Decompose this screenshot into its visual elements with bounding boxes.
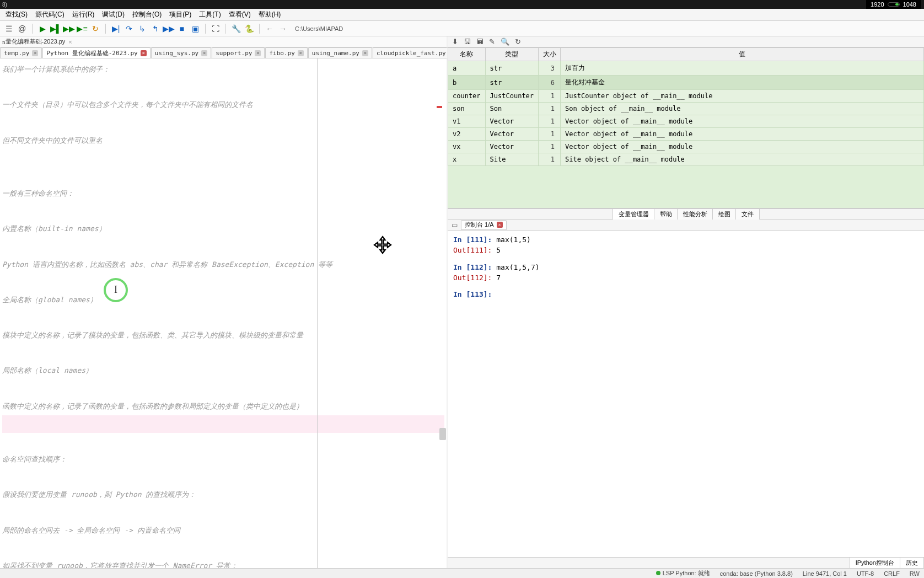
save-as-icon[interactable]: 🖬 [476,38,484,46]
save-icon[interactable]: 🖫 [464,38,471,46]
run-button[interactable]: ▶ [37,23,48,34]
editor-line[interactable] [2,468,444,486]
close-icon[interactable]: × [255,50,261,56]
stop-debug-button[interactable]: ■ [176,23,187,34]
step-into-button[interactable]: ↳ [137,23,148,34]
step-over-button[interactable]: ↷ [123,23,135,34]
code-editor[interactable]: 我们举一个计算机系统中的例子： 一个文件夹（目录）中可以包含多个文件夹，每个文件… [0,58,447,568]
editor-line[interactable]: 一个文件夹（目录）中可以包含多个文件夹，每个文件夹中不能有相同的文件名 [2,96,444,114]
editor-line[interactable] [2,114,444,131]
python-path-icon[interactable]: 🐍 [244,23,255,34]
editor-line[interactable]: 如果找不到变量 runoob，它将放弃查找并引发一个 NameError 异常： [2,557,444,568]
editor-line[interactable]: 一般有三种命名空间： [2,185,444,202]
col-type[interactable]: 类型 [485,48,538,61]
settings-icon[interactable]: 🔧 [230,23,241,34]
menu-bar[interactable]: 查找(S) 源代码(C) 运行(R) 调试(D) 控制台(O) 项目(P) 工具… [0,9,924,21]
delete-icon[interactable]: ✎ [489,38,495,46]
run-cell-button[interactable]: ▶▌ [50,23,61,34]
variable-row[interactable]: bstr6量化对冲基金 [448,76,924,90]
ipython-console[interactable]: In [111]: max(1,5) Out[111]: 5 In [112]:… [448,231,924,557]
editor-line[interactable]: Python 语言内置的名称，比如函数名 abs、char 和异常名称 Base… [2,256,444,274]
close-icon[interactable]: × [497,222,503,228]
menu-console[interactable]: 控制台(O) [129,9,165,20]
tab-main-file[interactable]: Python 量化编程基础-2023.py× [42,47,150,58]
variable-explorer[interactable]: 名称 类型 大小 值 astr3加百力bstr6量化对冲基金counterJus… [448,47,924,208]
editor-line[interactable]: 全局名称（global names） [2,291,444,309]
forward-button[interactable]: → [277,23,288,34]
continue-button[interactable]: ▶▶ [163,23,174,34]
col-name[interactable]: 名称 [448,48,486,61]
debug-file-button[interactable]: ▣ [190,23,201,34]
run-selection-button[interactable]: ▶≡ [77,23,88,34]
editor-line[interactable]: 我们举一个计算机系统中的例子： [2,61,444,78]
back-button[interactable]: ← [264,23,275,34]
maximize-icon[interactable]: ⛶ [210,23,221,34]
tab-plots[interactable]: 绘图 [712,208,737,220]
variable-row[interactable]: counterJustCounter1JustCounter object of… [448,90,924,103]
editor-line[interactable] [2,344,444,362]
tab-temp[interactable]: temp.py× [0,47,42,58]
rerun-button[interactable]: ↻ [90,23,101,34]
tab-using-sys[interactable]: using_sys.py× [151,47,211,58]
editor-line[interactable] [2,167,444,185]
outline-icon[interactable]: ☰ [3,23,14,34]
close-icon[interactable]: × [362,50,368,56]
editor-line[interactable] [2,78,444,96]
editor-line[interactable]: 命名空间查找顺序： [2,451,444,468]
tab-fibo[interactable]: fibo.py× [265,47,307,58]
editor-line[interactable] [2,415,444,433]
editor-line[interactable] [2,309,444,327]
console-tab[interactable]: 控制台 1/A × [461,220,507,230]
col-size[interactable]: 大小 [539,48,561,61]
editor-line[interactable]: 局部的命名空间去 -> 全局命名空间 -> 内置命名空间 [2,522,444,539]
tab-profiler[interactable]: 性能分析 [677,208,713,220]
at-icon[interactable]: @ [17,23,28,34]
variable-row[interactable]: v1Vector1Vector object of __main__ modul… [448,115,924,128]
tab-using-name[interactable]: using_name.py× [308,47,372,58]
run-cell-advance-button[interactable]: ▶▶ [63,23,74,34]
variable-row[interactable]: xSite1Site object of __main__ module [448,153,924,166]
tab-variable-explorer[interactable]: 变量管理器 [613,208,655,220]
search-icon[interactable]: 🔍 [501,38,509,46]
menu-help[interactable]: 帮助(H) [255,9,284,20]
close-icon[interactable]: × [32,50,38,56]
editor-scrollbar[interactable] [439,428,446,440]
status-encoding[interactable]: UTF-8 [857,570,874,577]
tab-ipython[interactable]: IPython控制台 [850,557,900,569]
tab-history[interactable]: 历史 [900,557,924,569]
variable-row[interactable]: vxVector1Vector object of __main__ modul… [448,141,924,153]
tab-support[interactable]: support.py× [212,47,265,58]
menu-find[interactable]: 查找(S) [2,9,31,20]
editor-line[interactable] [2,149,444,167]
editor-line[interactable]: 函数中定义的名称，记录了函数的变量，包括函数的参数和局部定义的变量（类中定义的也… [2,398,444,415]
col-value[interactable]: 值 [561,48,924,61]
menu-project[interactable]: 项目(P) [166,9,195,20]
menu-source[interactable]: 源代码(C) [32,9,68,20]
editor-line[interactable] [2,380,444,398]
close-icon[interactable]: × [298,50,304,56]
editor-line[interactable] [2,433,444,451]
variable-row[interactable]: astr3加百力 [448,61,924,76]
status-lsp[interactable]: LSP Python: 就绪 [656,569,710,577]
refresh-icon[interactable]: ↻ [515,38,521,46]
editor-line[interactable] [2,504,444,522]
status-conda[interactable]: conda: base (Python 3.8.8) [720,570,793,577]
editor-line[interactable]: 但不同文件夹中的文件可以重名 [2,132,444,149]
status-eol[interactable]: CRLF [884,570,900,577]
editor-line[interactable] [2,274,444,291]
close-icon[interactable]: × [201,50,207,56]
menu-debug[interactable]: 调试(D) [99,9,128,20]
console-options-icon[interactable]: ▭ [450,221,459,229]
menu-view[interactable]: 查看(V) [225,9,254,20]
menu-run[interactable]: 运行(R) [69,9,98,20]
close-path-icon[interactable]: × [68,39,72,45]
editor-line[interactable] [2,539,444,557]
editor-file-path[interactable]: 量化编程基础-2023.py [6,38,66,46]
import-icon[interactable]: ⬇ [452,38,458,46]
tab-cloudpickle[interactable]: cloudpickle_fast.py× [373,47,459,58]
console-prompt[interactable]: In [113]: [453,290,918,300]
debug-button[interactable]: ▶| [110,23,121,34]
editor-line[interactable]: 模块中定义的名称，记录了模块的变量，包括函数、类、其它导入的模块、模块级的变量和… [2,327,444,344]
tab-help[interactable]: 帮助 [654,208,678,220]
variable-row[interactable]: sonSon1Son object of __main__ module [448,103,924,115]
